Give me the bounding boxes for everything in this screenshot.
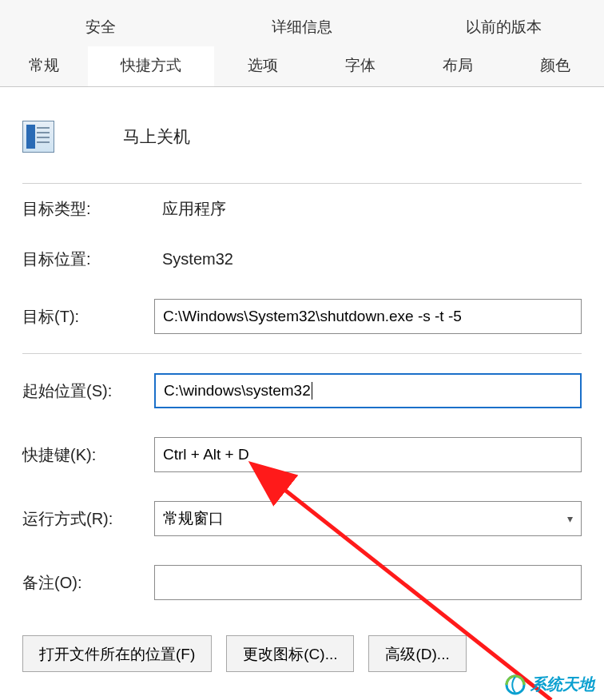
label-target-location: 目标位置:: [22, 249, 146, 270]
watermark: 系统天地: [505, 674, 594, 695]
tab-security[interactable]: 安全: [0, 8, 201, 46]
tab-colors[interactable]: 颜色: [507, 46, 604, 86]
row-target-location: 目标位置: System32: [22, 234, 582, 284]
shortcut-type-icon: [22, 121, 54, 153]
divider: [22, 353, 582, 359]
label-target: 目标(T):: [22, 306, 146, 328]
change-icon-button[interactable]: 更改图标(C)...: [226, 635, 354, 672]
watermark-text: 系统天地: [530, 674, 594, 695]
label-run: 运行方式(R):: [22, 508, 146, 530]
chevron-down-icon: ▾: [567, 512, 573, 525]
globe-icon: [505, 674, 526, 695]
tab-row-top: 安全 详细信息 以前的版本: [0, 8, 604, 46]
row-target-type: 目标类型: 应用程序: [22, 184, 582, 234]
value-target-type: 应用程序: [154, 198, 226, 220]
input-hotkey[interactable]: [154, 437, 582, 472]
select-run-value: 常规窗口: [163, 508, 224, 529]
tab-shortcut[interactable]: 快捷方式: [88, 46, 214, 86]
row-target: 目标(T):: [22, 284, 582, 348]
tab-details[interactable]: 详细信息: [201, 8, 403, 46]
row-comment: 备注(O):: [22, 551, 582, 614]
input-start-in-text: C:\windows\system32: [164, 382, 311, 400]
advanced-button[interactable]: 高级(D)...: [368, 635, 466, 672]
properties-dialog: 安全 详细信息 以前的版本 常规 快捷方式 选项 字体 布局 颜色 马上关机 目…: [0, 0, 604, 700]
row-start-in: 起始位置(S): C:\windows\system32: [22, 359, 582, 423]
row-run: 运行方式(R): 常规窗口 ▾: [22, 487, 582, 551]
tab-general[interactable]: 常规: [0, 46, 88, 86]
label-target-type: 目标类型:: [22, 198, 146, 220]
label-hotkey: 快捷键(K):: [22, 444, 146, 466]
label-start-in: 起始位置(S):: [22, 380, 146, 402]
open-file-location-button[interactable]: 打开文件所在的位置(F): [22, 635, 212, 672]
tab-content: 马上关机 目标类型: 应用程序 目标位置: System32 目标(T): 起始…: [0, 87, 604, 680]
tab-previous-versions[interactable]: 以前的版本: [403, 8, 604, 46]
select-run[interactable]: 常规窗口 ▾: [154, 501, 582, 536]
tab-row-bottom: 常规 快捷方式 选项 字体 布局 颜色: [0, 46, 604, 87]
input-start-in[interactable]: C:\windows\system32: [154, 373, 582, 408]
tab-options[interactable]: 选项: [214, 46, 312, 86]
input-target[interactable]: [154, 299, 582, 334]
text-caret: [312, 382, 312, 400]
label-comment: 备注(O):: [22, 572, 146, 594]
shortcut-header: 马上关机: [22, 109, 582, 184]
tab-layout[interactable]: 布局: [409, 46, 507, 86]
tab-strip: 安全 详细信息 以前的版本 常规 快捷方式 选项 字体 布局 颜色: [0, 0, 604, 87]
value-target-location: System32: [154, 250, 233, 268]
row-hotkey: 快捷键(K):: [22, 423, 582, 487]
button-row: 打开文件所在的位置(F) 更改图标(C)... 高级(D)...: [22, 614, 582, 680]
tab-font[interactable]: 字体: [312, 46, 409, 86]
shortcut-name: 马上关机: [75, 125, 190, 148]
input-comment[interactable]: [154, 565, 582, 600]
